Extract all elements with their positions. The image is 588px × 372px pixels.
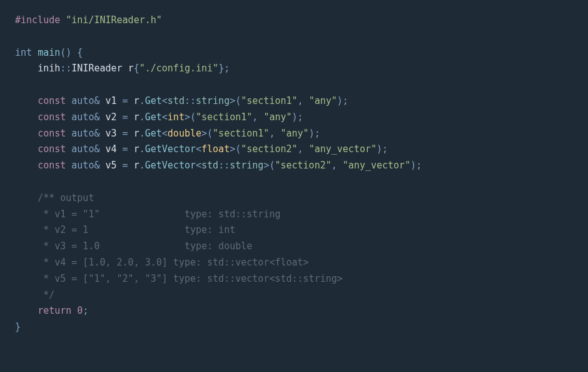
ns-inih: inih xyxy=(38,63,60,74)
comment-line: * v1 = "1" type: std::string xyxy=(38,209,280,220)
var-v4: v4 xyxy=(106,143,117,155)
include-path: "ini/INIReader.h" xyxy=(66,14,162,26)
fn-get: Get xyxy=(145,95,162,106)
comment-line: * v2 = 1 type: int xyxy=(38,224,235,235)
var-v3: v3 xyxy=(106,128,117,139)
comment-line: /** output xyxy=(38,192,94,204)
fn-main: main xyxy=(38,47,60,58)
fn-getvector: GetVector xyxy=(145,143,196,155)
code-block: #include "ini/INIReader.h" int main() { … xyxy=(15,13,573,336)
class-inireader: INIReader xyxy=(71,63,122,74)
config-path: "./config.ini" xyxy=(139,63,218,74)
var-v5: v5 xyxy=(106,160,117,171)
type-int: int xyxy=(15,47,32,58)
comment-line: * v3 = 1.0 type: double xyxy=(38,240,252,252)
kw-const: const xyxy=(38,95,66,106)
include-directive: #include xyxy=(15,14,60,26)
var-v2: v2 xyxy=(106,111,117,123)
kw-return: return xyxy=(38,305,71,316)
type-auto: auto xyxy=(71,95,94,106)
var-r: r xyxy=(128,63,134,74)
var-v1: v1 xyxy=(106,95,117,106)
comment-line: * v4 = [1.0, 2.0, 3.0] type: std::vector… xyxy=(38,257,308,268)
comment-line: */ xyxy=(38,289,54,301)
comment-line: * v5 = ["1", "2", "3"] type: std::vector… xyxy=(38,273,343,284)
